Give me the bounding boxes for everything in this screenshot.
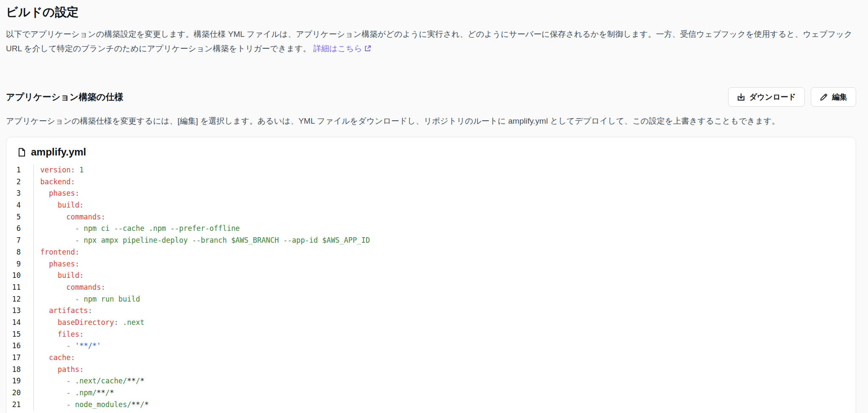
line-number: 8 xyxy=(6,247,21,258)
line-number: 15 xyxy=(6,329,21,341)
code-line: 5 commands: xyxy=(6,211,856,223)
page-title: ビルドの設定 xyxy=(6,4,865,20)
code-line-text: build: xyxy=(33,200,83,211)
line-number: 17 xyxy=(6,352,21,364)
code-line-text: - npm ci --cache .npm --prefer-offline xyxy=(33,223,240,235)
code-line-text: phases: xyxy=(33,188,79,200)
code-line-text: - npx ampx pipeline-deploy --branch $AWS… xyxy=(33,235,370,247)
edit-button-label: 編集 xyxy=(832,92,847,102)
line-number: 3 xyxy=(6,188,21,200)
code-line: 3 phases: xyxy=(6,188,856,200)
code-line: 15 files: xyxy=(6,329,856,341)
code-line: 1version: 1 xyxy=(6,164,856,176)
line-number: 1 xyxy=(6,164,21,176)
line-number: 5 xyxy=(6,211,21,223)
code-line-text: build: xyxy=(33,270,83,282)
line-number: 14 xyxy=(6,317,21,329)
code-line: 18 paths: xyxy=(6,364,856,376)
download-button[interactable]: ダウンロード xyxy=(728,87,805,107)
code-line: 20 - .npm/**/* xyxy=(6,387,856,399)
page-description: 以下でアプリケーションの構築設定を変更します。構築仕様 YML ファイルは、アプ… xyxy=(6,27,865,56)
line-number: 20 xyxy=(6,387,21,399)
page-description-text: 以下でアプリケーションの構築設定を変更します。構築仕様 YML ファイルは、アプ… xyxy=(6,30,852,53)
code-line-text: backend: xyxy=(33,176,75,188)
code-line: 12 - npm run build xyxy=(6,294,856,305)
download-icon xyxy=(737,93,745,101)
line-number: 10 xyxy=(6,270,21,282)
line-number: 2 xyxy=(6,176,21,188)
external-link-icon xyxy=(364,45,371,52)
code-line: 13 artifacts: xyxy=(6,305,856,317)
code-line-text: - .npm/**/* xyxy=(33,387,114,399)
code-line-text: artifacts: xyxy=(33,305,92,317)
line-number: 4 xyxy=(6,200,21,211)
code-line-text: - '**/*' xyxy=(33,340,101,352)
code-line-text: - npm run build xyxy=(33,294,140,305)
code-line-text: phases: xyxy=(33,258,79,270)
yaml-code-viewer: 1version: 12backend:3 phases:4 build:5 c… xyxy=(6,164,856,410)
code-line-text: frontend: xyxy=(33,247,79,258)
line-number: 16 xyxy=(6,340,21,352)
build-spec-header-row: アプリケーション構築の仕様 ダウンロード 編集 xyxy=(6,87,856,107)
code-line: 6 - npm ci --cache .npm --prefer-offline xyxy=(6,223,856,235)
build-spec-description: アプリケーションの構築仕様を変更するには、[編集] を選択します。あるいは、YM… xyxy=(6,115,856,128)
code-line: 17 cache: xyxy=(6,352,856,364)
line-number: 6 xyxy=(6,223,21,235)
line-number: 19 xyxy=(6,375,21,387)
line-number: 9 xyxy=(6,258,21,270)
code-line: 16 - '**/*' xyxy=(6,340,856,352)
code-line: 4 build: xyxy=(6,200,856,211)
edit-button[interactable]: 編集 xyxy=(811,87,856,107)
code-line-text: baseDirectory: .next xyxy=(33,317,145,329)
learn-more-link[interactable]: 詳細はこちら xyxy=(313,44,371,53)
build-settings-page: ビルドの設定 以下でアプリケーションの構築設定を変更します。構築仕様 YML フ… xyxy=(0,0,868,413)
code-line: 19 - .next/cache/**/* xyxy=(6,375,856,387)
code-line-text: version: 1 xyxy=(33,164,83,176)
line-number: 18 xyxy=(6,364,21,376)
code-line: 7 - npx ampx pipeline-deploy --branch $A… xyxy=(6,235,856,247)
code-line-text: - .next/cache/**/* xyxy=(33,375,145,387)
document-icon xyxy=(17,148,26,157)
line-number: 21 xyxy=(6,399,21,411)
learn-more-label: 詳細はこちら xyxy=(313,44,362,53)
line-number: 12 xyxy=(6,294,21,305)
code-line-text: cache: xyxy=(33,352,75,364)
code-line: 8frontend: xyxy=(6,247,856,258)
code-line: 9 phases: xyxy=(6,258,856,270)
code-line-text: - node_modules/**/* xyxy=(33,399,149,411)
build-spec-title: アプリケーション構築の仕様 xyxy=(6,91,123,103)
download-button-label: ダウンロード xyxy=(749,92,796,102)
amplify-yml-card-header: amplify.yml xyxy=(6,146,856,158)
build-spec-section: アプリケーション構築の仕様 ダウンロード 編集 アプリケーションの構築仕様を変更… xyxy=(6,87,856,413)
code-line: 11 commands: xyxy=(6,282,856,294)
code-line: 14 baseDirectory: .next xyxy=(6,317,856,329)
code-line-text: commands: xyxy=(33,282,106,294)
code-line: 2backend: xyxy=(6,176,856,188)
code-line-text: paths: xyxy=(33,364,83,376)
code-line-text: files: xyxy=(33,329,83,341)
code-line: 10 build: xyxy=(6,270,856,282)
line-number: 13 xyxy=(6,305,21,317)
pencil-icon xyxy=(820,93,828,101)
amplify-yml-card: amplify.yml 1version: 12backend:3 phases… xyxy=(6,137,856,413)
build-spec-actions: ダウンロード 編集 xyxy=(728,87,856,107)
line-number: 11 xyxy=(6,282,21,294)
code-line: 21 - node_modules/**/* xyxy=(6,399,856,411)
file-name: amplify.yml xyxy=(31,146,86,158)
line-number: 7 xyxy=(6,235,21,247)
code-line-text: commands: xyxy=(33,211,106,223)
